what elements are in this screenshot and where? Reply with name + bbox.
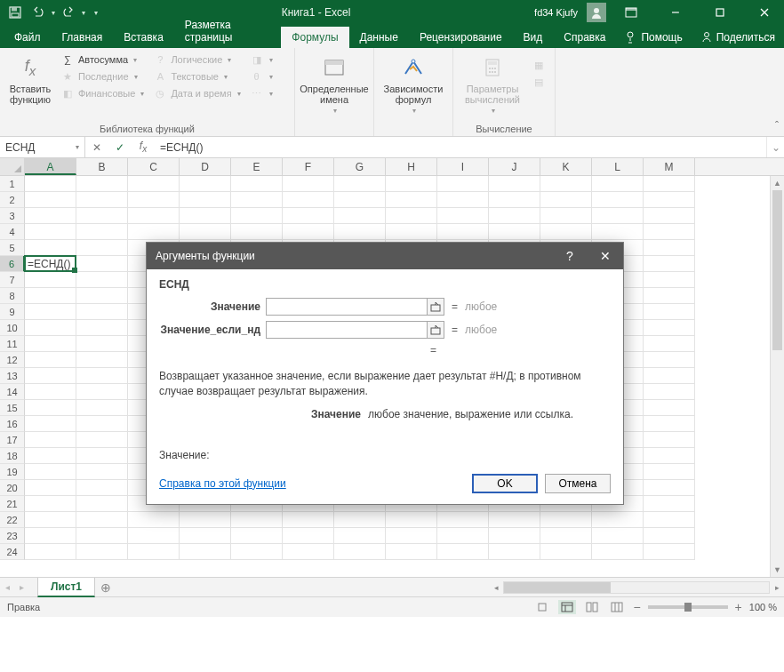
cell[interactable] <box>540 544 592 560</box>
arg1-ref-button[interactable] <box>427 298 444 316</box>
row-header[interactable]: 19 <box>0 464 25 480</box>
cell[interactable] <box>25 368 76 384</box>
cell[interactable] <box>76 448 128 464</box>
cell[interactable] <box>231 512 283 528</box>
cell[interactable] <box>592 512 644 528</box>
cell[interactable] <box>283 208 334 224</box>
cell[interactable] <box>128 224 180 240</box>
cell[interactable] <box>25 464 76 480</box>
row-header[interactable]: 18 <box>0 448 25 464</box>
cell[interactable] <box>644 256 695 272</box>
cell[interactable] <box>76 512 128 528</box>
cell[interactable] <box>25 224 76 240</box>
cell[interactable] <box>334 208 386 224</box>
cell[interactable] <box>386 208 437 224</box>
cell[interactable] <box>128 544 180 560</box>
cell[interactable] <box>180 544 231 560</box>
row-header[interactable]: 13 <box>0 368 25 384</box>
cell[interactable] <box>76 192 128 208</box>
cell[interactable] <box>76 240 128 256</box>
cell[interactable] <box>128 512 180 528</box>
sheet-nav-prev[interactable]: ◂ <box>0 582 14 592</box>
row-header[interactable]: 5 <box>0 240 25 256</box>
cell[interactable] <box>25 400 76 416</box>
financial-button[interactable]: ◧Финансовые▾ <box>59 85 146 101</box>
tab-layout[interactable]: Разметка страницы <box>174 14 282 48</box>
cell[interactable] <box>76 368 128 384</box>
maximize-button[interactable] <box>700 0 740 25</box>
cell[interactable] <box>25 416 76 432</box>
column-header[interactable]: K <box>540 158 592 175</box>
cell[interactable] <box>489 224 540 240</box>
cell[interactable] <box>25 240 76 256</box>
page-layout-view-icon[interactable] <box>583 600 601 614</box>
cell[interactable] <box>76 544 128 560</box>
cell[interactable] <box>76 176 128 192</box>
row-header[interactable]: 7 <box>0 272 25 288</box>
cell[interactable] <box>644 336 695 352</box>
row-header[interactable]: 4 <box>0 224 25 240</box>
cell[interactable] <box>76 400 128 416</box>
cell[interactable] <box>25 448 76 464</box>
autosum-button[interactable]: ∑Автосумма▾ <box>59 52 146 68</box>
zoom-out-button[interactable]: − <box>633 600 640 614</box>
cell[interactable] <box>25 512 76 528</box>
cell[interactable] <box>25 480 76 496</box>
cell[interactable] <box>76 224 128 240</box>
avatar-icon[interactable] <box>587 3 606 22</box>
cell[interactable] <box>76 336 128 352</box>
cell[interactable] <box>592 176 644 192</box>
cell[interactable] <box>231 528 283 544</box>
tab-review[interactable]: Рецензирование <box>409 27 513 48</box>
row-header[interactable]: 16 <box>0 416 25 432</box>
normal-view-icon[interactable] <box>558 600 576 614</box>
tell-me[interactable]: Помощь <box>616 27 691 48</box>
cell[interactable] <box>180 528 231 544</box>
save-icon[interactable] <box>5 3 25 22</box>
cell[interactable] <box>25 192 76 208</box>
cell[interactable] <box>231 224 283 240</box>
cell[interactable] <box>437 192 489 208</box>
row-header[interactable]: 11 <box>0 336 25 352</box>
cell[interactable] <box>644 176 695 192</box>
cell[interactable] <box>128 528 180 544</box>
cell[interactable] <box>437 512 489 528</box>
function-help-link[interactable]: Справка по этой функции <box>159 477 286 490</box>
cell[interactable] <box>25 304 76 320</box>
cell[interactable] <box>76 416 128 432</box>
cell[interactable] <box>386 544 437 560</box>
arg2-input[interactable] <box>266 321 428 339</box>
cell[interactable] <box>334 192 386 208</box>
add-sheet-button[interactable]: ⊕ <box>95 580 116 595</box>
cell[interactable] <box>231 544 283 560</box>
column-header[interactable]: G <box>334 158 386 175</box>
column-header[interactable]: L <box>592 158 644 175</box>
cell[interactable] <box>644 384 695 400</box>
cell[interactable] <box>128 176 180 192</box>
other-button[interactable]: ⋯▾ <box>248 85 275 101</box>
cell[interactable] <box>644 368 695 384</box>
calc-options-button[interactable]: Параметры вычислений▾ <box>460 52 524 122</box>
zoom-slider[interactable] <box>648 605 728 609</box>
cell[interactable] <box>25 352 76 368</box>
cell[interactable] <box>76 304 128 320</box>
cell[interactable] <box>334 544 386 560</box>
cell[interactable] <box>76 288 128 304</box>
column-header[interactable]: B <box>76 158 128 175</box>
cell[interactable] <box>644 400 695 416</box>
cell[interactable] <box>540 192 592 208</box>
sheet-nav-next[interactable]: ▸ <box>14 582 28 592</box>
dialog-close-button[interactable]: ✕ <box>588 243 623 269</box>
row-header[interactable]: 14 <box>0 384 25 400</box>
cell[interactable] <box>180 224 231 240</box>
cell[interactable] <box>334 176 386 192</box>
undo-icon[interactable] <box>28 3 48 22</box>
calc-now-button[interactable]: ▦ <box>530 57 548 73</box>
cell[interactable] <box>386 176 437 192</box>
formula-input[interactable]: =ЕСНД() <box>155 137 766 157</box>
recent-functions-button[interactable]: ★Последние▾ <box>59 68 146 84</box>
cell[interactable] <box>128 208 180 224</box>
cell[interactable] <box>25 384 76 400</box>
cell[interactable] <box>386 192 437 208</box>
horizontal-scrollbar[interactable] <box>503 581 770 594</box>
